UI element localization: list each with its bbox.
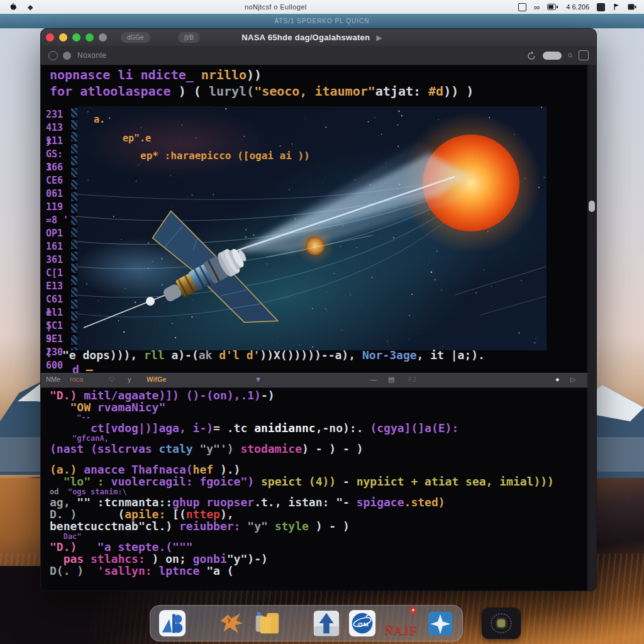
line-number: 161 [46,240,74,253]
run-arrow-icon[interactable]: ▶ [376,33,382,42]
code-line[interactable]: D(. ) 'sallyn: lptnce "a ( [50,565,554,577]
overlay-line-1: a. [94,114,105,125]
code-line[interactable]: "lo" : vuolercagil: fgoice") speict (4))… [50,475,554,487]
hand-cursor-app-icon[interactable] [217,609,246,638]
clock-text[interactable]: 4 6.206 [566,3,589,11]
stop-icon[interactable] [579,50,589,60]
line-number: C61 1 [46,293,74,306]
window-title-bar[interactable]: dGGe (t/B NASA 65hde dag/Ogalahswaten ▶ [41,29,596,46]
battery2-icon[interactable] [628,4,636,10]
window-toolbar: Noxonle G [41,46,596,65]
titlebar-pill-left[interactable]: dGGe [121,32,150,43]
code-line[interactable]: for atloolaspace ) ( luryl("seoco, itaum… [50,83,474,99]
titlebar-pill-right[interactable]: (t/B [178,32,201,43]
refresh-icon[interactable] [526,51,536,60]
code-line[interactable] [50,455,554,464]
code-editor-top[interactable]: nopnasce li ndicte_ nrillo))for atloolas… [50,67,474,99]
strip-label-2[interactable]: roca [70,375,83,383]
minimize-button[interactable] [59,33,67,42]
line-number: 061 [46,187,74,201]
extra-green-button[interactable] [86,33,94,42]
code-line[interactable]: "gfcanA, [50,434,554,443]
svg-text:@M: @M [357,621,368,628]
code-line[interactable]: od "ogs stanim:\ [50,487,554,496]
finder-app-icon[interactable] [158,609,187,638]
zoom-button[interactable] [72,33,80,42]
line-number: OP1 [46,227,74,240]
record-outline-icon[interactable] [48,51,58,60]
upload-arrow-app-icon[interactable] [312,609,341,638]
code-line[interactable]: (nast (sslcrvas ctaly "y"') stodamice) -… [50,443,554,455]
flag-icon[interactable] [613,3,620,11]
dock: @M ŇAJF [150,605,463,641]
toggle-switch[interactable] [543,52,562,60]
line-number: =8 ' [46,214,74,227]
record-fill-icon[interactable] [63,52,71,60]
inactive-button [99,33,107,42]
code-line[interactable]: benetcucctnab"cl.) reiubber: "y" style )… [50,520,554,532]
code-line[interactable]: D. ) (apile: [(nttep), [50,508,554,520]
faint-label: F3 [408,375,416,383]
strip-name[interactable]: WifGe [147,375,167,383]
code-line-below-image[interactable]: "e dops))), rll a)-(ak d'l d'))X()))))--… [62,349,485,361]
line-number: E13 [46,280,74,293]
code-line[interactable]: "D.) "a stepte.(""" [50,541,554,553]
line-number: 413 y [46,121,74,135]
line-number: 366 [46,161,74,174]
toolbar-g-label: G [568,52,572,58]
document-icon[interactable]: ▤ [388,375,394,384]
dropdown-caret-icon[interactable]: ▼ [255,375,262,383]
line-number: 111 [46,135,74,148]
notification-band: ATS/1 SPOERKO PL QUICN [0,14,644,28]
line-number: CE6 [46,174,74,187]
window-title: NASA 65hde dag/Ogalahswaten [242,33,370,42]
nasa-meatball-app-icon[interactable]: @M [348,609,377,638]
code-line[interactable]: ct[vdog|)]aga, i-)= .tc anidiannc,-no):.… [50,422,554,434]
line-number: el1 | [46,306,74,319]
code-line[interactable]: "D.) mitl/agaate)]) ()-(on),.1)-) [50,389,554,401]
star-app-icon[interactable] [426,609,455,638]
minus-glyph[interactable]: — [370,375,377,383]
menu-bar-title: noNjtcsf o Eullogel [33,3,518,11]
close-button[interactable] [46,33,54,42]
najf-text-icon[interactable]: ŇAJF [384,609,419,638]
line-number: 361 [46,253,74,267]
code-line[interactable]: "-- [50,413,554,422]
code-line[interactable]: "e dops))), rll a)-(ak d'l d'))X()))))--… [62,349,485,361]
y-glyph-icon[interactable]: y [128,375,131,383]
scrollbar-track[interactable] [587,65,596,591]
code-line[interactable]: ag, "" :tcnmanta::ghup ruopser.t., istan… [50,496,554,508]
apple-menu-icon[interactable] [9,2,18,12]
line-number: C[1 [46,267,74,280]
line-number: 119 [46,201,74,214]
code-line[interactable]: nopnasce li ndicte_ nrillo)) [50,67,474,83]
status-strip: NMe roca ♡ y WifGe ▼ — ▤ F3 ● ▷ [41,373,596,388]
overlay-line-3: ep* :haraepicco ([ogai ai )) [140,150,310,162]
antenna-ball [146,297,155,306]
orbit-ring [491,613,512,633]
code-editor-bottom[interactable]: "D.) mitl/agaate)]) ()-(on),.1)-) "OW rv… [50,389,554,577]
code-line[interactable]: (a.) anacce Thafnaca(hef ).) [50,464,554,475]
strip-label-1[interactable]: NMe [46,375,60,383]
najf-label: ŇAJF [385,624,418,638]
app-menu-icon[interactable]: ◆ [28,3,33,11]
link-status-icon[interactable]: ∞ [534,3,540,12]
overlay-line-2: ep".e [123,133,151,144]
map-pin-icon [409,606,418,616]
scrollbar-thumb[interactable] [589,201,595,212]
code-line[interactable]: Dac" [50,532,554,541]
play-outline-icon[interactable]: ▷ [570,375,575,384]
band-text: ATS/1 SPOERKO PL QUICN [275,18,370,25]
code-line[interactable]: pas stlahcs: ) on; gonbi"y")-) [50,553,554,565]
line-number: SC1 9 [46,319,74,333]
battery-icon[interactable] [547,4,558,10]
standalone-app-icon[interactable] [482,608,521,639]
code-line[interactable]: "OW rvamaNicy" [50,401,554,413]
heart-icon[interactable]: ♡ [109,375,115,384]
control-center-icon[interactable] [597,3,605,11]
menu-bar: ◆ noNjtcsf o Eullogel ∞ 4 6.206 [0,0,644,14]
record-dot-icon[interactable]: ● [555,375,560,383]
folders-app-icon[interactable] [253,609,282,638]
editor-window: dGGe (t/B NASA 65hde dag/Ogalahswaten ▶ … [40,28,597,591]
display-status-icon[interactable] [518,3,526,11]
